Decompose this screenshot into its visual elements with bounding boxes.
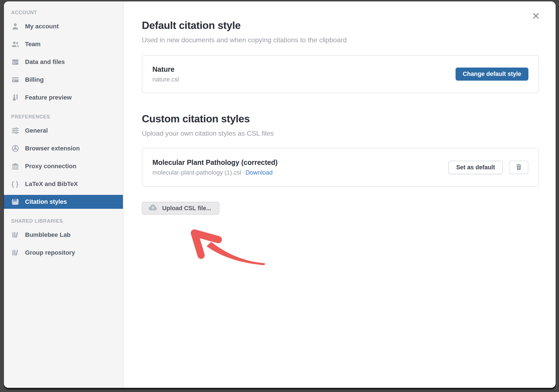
sidebar-item-label: Citation styles — [25, 198, 67, 205]
upload-csl-button[interactable]: Upload CSL file... — [142, 202, 219, 215]
sidebar-item-label: General — [25, 127, 48, 134]
default-style-info: Nature nature.csl — [152, 65, 179, 83]
browser-icon — [11, 144, 19, 153]
sidebar-item-label: Feature preview — [25, 94, 72, 101]
default-style-card: Nature nature.csl Change default style — [142, 55, 539, 93]
citation-styles-panel: Default citation style Used in new docum… — [123, 1, 556, 388]
sidebar-item-label: Billing — [25, 76, 44, 83]
credit-card-icon — [11, 76, 19, 84]
default-style-subtitle: Used in new documents and when copying c… — [142, 36, 539, 44]
custom-styles-subtitle: Upload your own citation styles as CSL f… — [142, 130, 539, 137]
close-icon — [532, 12, 540, 21]
style-filename-row: molecular-plant-pathology (1).csl·Downlo… — [152, 169, 278, 176]
server-icon — [11, 58, 19, 66]
svg-text:”: ” — [13, 198, 17, 206]
sidebar-item-label: Bumblebee Lab — [25, 231, 71, 239]
sidebar-item-team[interactable]: Team — [4, 37, 123, 51]
sidebar-item-latex-bibtex[interactable]: { } LaTeX and BibTeX — [4, 177, 123, 191]
sidebar-item-general[interactable]: General — [4, 124, 123, 138]
sidebar-item-billing[interactable]: Billing — [4, 73, 123, 87]
set-as-default-button[interactable]: Set as default — [448, 161, 503, 174]
sidebar-item-label: Proxy connection — [25, 163, 76, 170]
sidebar-item-feature-preview[interactable]: Feature preview — [4, 91, 123, 105]
bank-icon — [11, 162, 19, 170]
settings-sidebar: ACCOUNT My account Team Data and files B… — [4, 1, 123, 388]
sidebar-item-group-repository[interactable]: Group repository — [4, 246, 123, 260]
svg-text:{ }: { } — [11, 180, 18, 188]
users-icon — [11, 40, 19, 48]
library-icon — [11, 231, 19, 239]
style-name: Nature — [152, 65, 179, 73]
custom-styles-title: Custom citation styles — [142, 113, 539, 125]
flask-icon — [11, 93, 19, 102]
style-filename: molecular-plant-pathology (1).csl — [152, 169, 241, 176]
custom-style-actions: Set as default — [448, 161, 528, 174]
red-arrow-annotation — [191, 228, 271, 270]
sidebar-item-bumblebee-lab[interactable]: Bumblebee Lab — [4, 228, 123, 242]
delete-style-button[interactable] — [509, 161, 528, 174]
sliders-icon — [11, 126, 19, 135]
braces-icon: { } — [11, 180, 19, 188]
library-icon — [11, 249, 19, 257]
sidebar-item-label: My account — [25, 23, 59, 30]
style-name: Molecular Plant Pathology (corrected) — [152, 158, 278, 167]
upload-csl-label: Upload CSL file... — [162, 205, 211, 212]
quote-icon: ” — [11, 198, 19, 206]
default-style-title: Default citation style — [142, 20, 539, 31]
close-button[interactable] — [531, 11, 541, 21]
sidebar-section-account: ACCOUNT — [11, 10, 123, 16]
trash-icon — [515, 163, 523, 172]
sidebar-item-label: Team — [25, 41, 41, 48]
style-filename: nature.csl — [152, 76, 179, 83]
sidebar-item-citation-styles[interactable]: ” Citation styles — [4, 195, 123, 209]
user-icon — [11, 22, 19, 31]
sidebar-item-label: Browser extension — [25, 145, 80, 152]
sidebar-item-data-and-files[interactable]: Data and files — [4, 55, 123, 69]
sidebar-section-preferences: PREFERENCES — [11, 114, 123, 120]
custom-style-card: Molecular Plant Pathology (corrected) mo… — [142, 148, 539, 187]
custom-style-info: Molecular Plant Pathology (corrected) mo… — [152, 158, 278, 176]
change-default-style-button[interactable]: Change default style — [456, 68, 528, 81]
sidebar-item-my-account[interactable]: My account — [4, 19, 123, 33]
separator-dot: · — [241, 169, 245, 176]
download-link[interactable]: Download — [245, 169, 273, 176]
sidebar-item-label: LaTeX and BibTeX — [25, 180, 78, 188]
settings-dialog: ACCOUNT My account Team Data and files B… — [4, 1, 556, 388]
sidebar-item-proxy-connection[interactable]: Proxy connection — [4, 159, 123, 173]
sidebar-item-browser-extension[interactable]: Browser extension — [4, 142, 123, 155]
sidebar-section-shared-libraries: SHARED LIBRARIES — [11, 218, 123, 224]
sidebar-item-label: Data and files — [25, 58, 65, 66]
sidebar-item-label: Group repository — [25, 249, 75, 256]
cloud-upload-icon — [148, 204, 158, 213]
